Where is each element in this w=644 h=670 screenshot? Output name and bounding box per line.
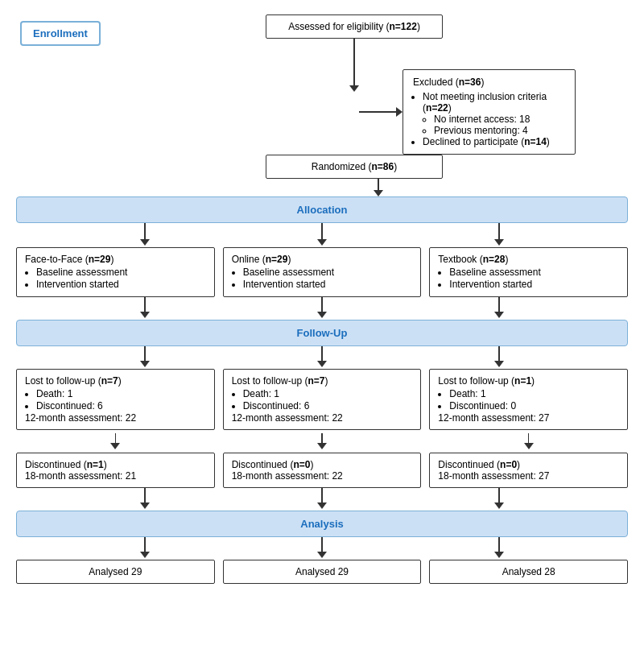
- excluded-box: Excluded (n=36) Not meeting inclusion cr…: [402, 69, 576, 155]
- lost-box-1: Lost to follow-up (n=7) Death: 1 Discont…: [223, 369, 422, 430]
- disc-box-2: Discontinued (n=0) 18-month assessment: …: [429, 453, 628, 488]
- analysed-text-1: Analysed 29: [295, 566, 349, 577]
- analysed-text-0: Analysed 29: [89, 566, 142, 577]
- followup-col-2: Lost to follow-up (n=1) Death: 1 Discont…: [429, 369, 628, 488]
- disc-box-1: Discontinued (n=0) 18-month assessment: …: [223, 453, 422, 488]
- eligibility-text: Assessed for eligibility (n=122): [288, 21, 420, 32]
- group-col-0: Face-to-Face (n=29) Baseline assessment …: [16, 247, 215, 297]
- enrollment-label: Enrollment: [20, 21, 101, 46]
- analysed-box-1: Analysed 29: [223, 560, 422, 584]
- allocation-bar: Allocation: [16, 196, 628, 223]
- group-box-2: Textbook (n=28) Baseline assessment Inte…: [429, 247, 628, 297]
- lost-box-2: Lost to follow-up (n=1) Death: 1 Discont…: [429, 369, 628, 430]
- analysed-box-0: Analysed 29: [16, 560, 215, 584]
- analysis-col-0: Analysed 29: [16, 560, 215, 584]
- analysis-bar: Analysis: [16, 511, 628, 537]
- randomized-box: Randomized (n=86): [266, 155, 443, 179]
- flowchart: Enrollment Assessed for eligibility (n=1…: [0, 0, 644, 592]
- lost-box-0: Lost to follow-up (n=7) Death: 1 Discont…: [16, 369, 215, 430]
- group-box-0: Face-to-Face (n=29) Baseline assessment …: [16, 247, 215, 297]
- eligibility-box: Assessed for eligibility (n=122): [266, 14, 443, 39]
- followup-bar: Follow-Up: [16, 320, 628, 346]
- followup-col-0: Lost to follow-up (n=7) Death: 1 Discont…: [16, 369, 215, 488]
- group-col-1: Online (n=29) Baseline assessment Interv…: [223, 247, 422, 297]
- group-box-1: Online (n=29) Baseline assessment Interv…: [223, 247, 422, 297]
- disc-box-0: Discontinued (n=1) 18-month assessment: …: [16, 453, 215, 488]
- analysis-col-1: Analysed 29: [223, 560, 422, 584]
- followup-col-1: Lost to follow-up (n=7) Death: 1 Discont…: [223, 369, 422, 488]
- analysis-col-2: Analysed 28: [429, 560, 628, 584]
- randomized-text: Randomized (n=86): [312, 161, 397, 172]
- group-col-2: Textbook (n=28) Baseline assessment Inte…: [429, 247, 628, 297]
- analysed-box-2: Analysed 28: [429, 560, 628, 584]
- analysed-text-2: Analysed 28: [502, 566, 555, 577]
